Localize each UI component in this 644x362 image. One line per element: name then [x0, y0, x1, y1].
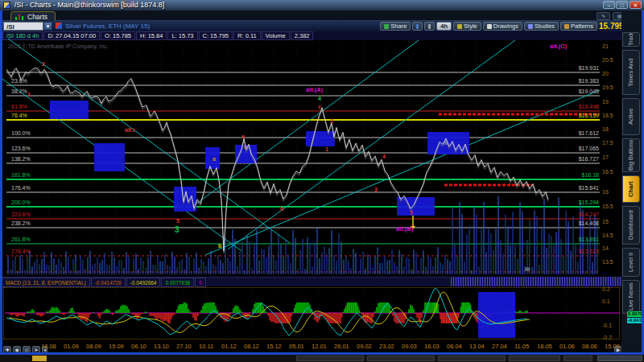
ohlc-cell: R: 0.11	[233, 31, 261, 40]
tab-row: Charts ✎ ▤	[0, 10, 644, 21]
style-icon	[457, 24, 462, 29]
macd-chart[interactable]	[0, 287, 621, 339]
time-label: 18.08	[41, 343, 56, 350]
ohlc-cell: H: 15.84	[136, 31, 167, 40]
taskbar-window-button[interactable]	[438, 356, 506, 361]
style-button[interactable]: Style	[453, 22, 481, 31]
time-label: 13.04	[469, 343, 485, 350]
share-button[interactable]: Share	[380, 22, 411, 31]
ohlc-cell: L: 15.73	[167, 31, 197, 40]
window-title: /SI - Charts - Main@thinkorswim [build 1…	[14, 0, 164, 10]
time-label: 13.10	[154, 343, 169, 350]
right-sidebar: TradeTimes And SalesActive TraderBig But…	[621, 10, 642, 354]
edit-icon[interactable]: ✎	[597, 12, 610, 20]
time-label: 23.02	[379, 343, 394, 350]
taskbar-window-button[interactable]	[367, 356, 435, 361]
time-label: 05.01	[289, 343, 304, 350]
maximize-button[interactable]: □	[616, 1, 628, 9]
thinkorswim-window: /SI - Charts - Main@thinkorswim [build 1…	[0, 0, 644, 362]
taskbar-window-button[interactable]	[296, 356, 364, 361]
time-label: 16.03	[424, 343, 440, 350]
taskbar-window-button[interactable]	[509, 356, 560, 361]
price-chart[interactable]	[0, 40, 621, 275]
studies-button[interactable]: Studies	[524, 22, 559, 31]
time-label: 27.04	[492, 343, 507, 350]
title-bar: /SI - Charts - Main@thinkorswim [build 1…	[0, 0, 644, 10]
time-label: 09.03	[402, 343, 417, 350]
window-frame-left	[0, 10, 2, 354]
macd-header: MACD (13, 21, 8, EXPONENTIAL)-0.0414726-…	[0, 277, 451, 286]
patterns-icon	[564, 24, 569, 29]
macd-header-cell: -0.0492664	[126, 278, 161, 287]
time-label: 09.02	[357, 343, 372, 350]
macd-header-cell: MACD (13, 21, 8, EXPONENTIAL)	[2, 278, 90, 287]
time-label: 06.10	[131, 343, 147, 350]
sidebar-tab-active-trader[interactable]: Active Trader	[622, 98, 640, 135]
sidebar-tab-level-ii[interactable]: Level II	[622, 248, 640, 277]
flask-icon	[528, 24, 533, 29]
ohlc-cell: C: 15.795	[199, 31, 233, 40]
sidebar-tab-trade[interactable]: Trade	[622, 32, 640, 47]
share-icon	[384, 24, 389, 29]
settings-button[interactable]	[424, 22, 435, 31]
ohlc-cell: O: 15.785	[101, 31, 135, 40]
macd-header-cell: -0.0414726	[91, 278, 126, 287]
time-label: 11.05	[514, 343, 529, 350]
time-label: 06.04	[447, 343, 462, 350]
ohlc-cell: D: 27.04.15 07:00	[43, 31, 100, 40]
time-label: 18.05	[537, 343, 552, 350]
sidebar-tab-big-buttons[interactable]: Big Buttons	[622, 138, 640, 172]
symbol-description: Silver Futures, ETH (MAY 15)	[65, 23, 150, 30]
sidebar-tab-chart[interactable]: Chart	[622, 175, 640, 203]
wrench-icon	[428, 24, 431, 29]
time-label: 15.06	[605, 343, 620, 350]
ohlc-row: /SI 180 d 4hD: 27.04.15 07:00O: 15.785H:…	[0, 31, 621, 40]
sidebar-tab-times-and-sales[interactable]: Times And Sales	[622, 50, 640, 95]
symbol-toolbar: /SI ▼ Silver Futures, ETH (MAY 15) Share…	[0, 21, 644, 31]
chart-toolbar: Share 4h Style Drawings Studies Patterns	[380, 22, 597, 31]
tab-charts[interactable]: Charts	[10, 11, 56, 21]
time-label: 12.01	[312, 343, 327, 350]
symbol-dropdown-icon[interactable]: ▼	[43, 22, 52, 31]
taskbar-highlight	[32, 356, 47, 361]
ohlc-cell: Volume	[262, 31, 290, 40]
link-icon	[416, 24, 419, 29]
minimize-button[interactable]: –	[603, 1, 615, 9]
link-button[interactable]	[412, 22, 423, 31]
time-label: 01.12	[221, 343, 237, 350]
tab-charts-label: Charts	[27, 13, 47, 21]
chart-icon	[15, 14, 24, 20]
time-label: 15.12	[266, 343, 282, 350]
close-button[interactable]: ✕	[630, 1, 642, 9]
macd-header-cell: 0.0077938	[161, 278, 194, 287]
taskbar-window-button[interactable]	[564, 356, 592, 361]
drawings-button[interactable]: Drawings	[483, 22, 522, 31]
pencil-icon	[487, 24, 492, 29]
macd-header-cell: 0	[195, 278, 206, 287]
time-label: 08.09	[86, 343, 101, 350]
time-label: 08.12	[244, 343, 259, 350]
time-label: 01.06	[559, 343, 575, 350]
symbol-input[interactable]: /SI	[3, 22, 43, 31]
timeframe-button[interactable]: 4h	[436, 22, 452, 31]
ohlc-cell: 2,382	[291, 31, 314, 40]
sidebar-tab-live-news[interactable]: Live News	[622, 280, 640, 314]
squeeze-band	[451, 277, 621, 286]
time-label: 08.06	[582, 343, 597, 350]
time-label: 26.01	[334, 343, 349, 350]
time-label: 27.10	[176, 343, 192, 350]
app-icon	[3, 2, 10, 9]
time-label: 10.11	[199, 343, 213, 350]
last-price: 15.795	[599, 22, 624, 31]
taskbar	[0, 355, 644, 362]
instrument-flag-icon	[56, 23, 62, 29]
sidebar-tab-dashboard[interactable]: Dashboard	[622, 206, 640, 245]
taskbar-tray	[597, 356, 642, 361]
time-label: 01.09	[64, 343, 79, 350]
time-label: 15.09	[109, 343, 124, 350]
patterns-button[interactable]: Patterns	[560, 22, 597, 31]
